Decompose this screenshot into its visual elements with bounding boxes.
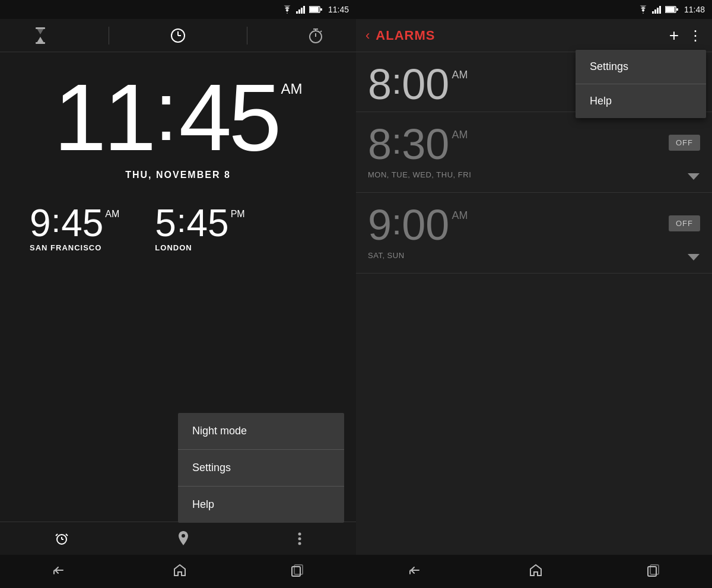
svg-rect-1 bbox=[298, 9, 300, 14]
right-menu-help[interactable]: Help bbox=[576, 84, 706, 118]
left-status-time: 11:45 bbox=[328, 5, 349, 14]
svg-point-22 bbox=[298, 532, 301, 535]
alarm-hour-0: 8 bbox=[368, 63, 392, 106]
tab-stopwatch[interactable] bbox=[304, 23, 328, 48]
alarm-days-1: MON, TUE, WED, THU, FRI bbox=[368, 166, 700, 186]
world-minute-london: 45 bbox=[187, 204, 229, 242]
alarm-expand-2[interactable] bbox=[687, 251, 700, 265]
left-tab-bar bbox=[0, 19, 356, 52]
alarm-hour-2: 9 bbox=[368, 204, 392, 246]
right-panel: 11:48 ‹ ALARMS + ⋮ 8 : 00 AM bbox=[356, 0, 712, 588]
alarm-colon-0: : bbox=[392, 63, 402, 100]
world-minute-sf: 45 bbox=[61, 204, 103, 242]
alarm-expand-1[interactable] bbox=[687, 170, 700, 184]
android-home-right[interactable] bbox=[529, 563, 543, 580]
right-battery-icon bbox=[665, 6, 678, 13]
svg-rect-2 bbox=[301, 8, 303, 14]
menu-item-settings-left[interactable]: Settings bbox=[178, 450, 344, 487]
nav-alarm-icon[interactable] bbox=[55, 532, 69, 546]
alarm-minute-2: 00 bbox=[402, 204, 449, 246]
svg-rect-5 bbox=[310, 7, 319, 12]
left-bottom-nav bbox=[0, 522, 356, 555]
alarm-time-2: 9 : 00 AM bbox=[368, 204, 468, 246]
world-city-sf: SAN FRANCISCO bbox=[30, 243, 101, 252]
world-clock-london: 5 : 45 PM LONDON bbox=[155, 204, 244, 252]
main-hour: 11 bbox=[54, 70, 154, 165]
svg-line-20 bbox=[56, 534, 58, 536]
world-hour-sf: 9 bbox=[30, 204, 51, 242]
right-status-icons: 11:48 bbox=[638, 5, 705, 14]
alarm-time-row-1: 8 : 30 AM OFF bbox=[368, 123, 700, 166]
world-colon-sf: : bbox=[52, 204, 61, 237]
svg-line-21 bbox=[66, 534, 68, 536]
svg-rect-0 bbox=[296, 11, 298, 14]
tab-divider-1 bbox=[109, 27, 109, 45]
svg-rect-29 bbox=[657, 8, 659, 14]
android-back-left[interactable] bbox=[52, 564, 69, 579]
more-options-button[interactable]: ⋮ bbox=[688, 27, 703, 44]
alarm-time-0: 8 : 00 AM bbox=[368, 63, 468, 106]
menu-item-night-mode[interactable]: Night mode bbox=[178, 413, 344, 450]
world-city-london: LONDON bbox=[155, 243, 192, 252]
android-recent-left[interactable] bbox=[291, 564, 304, 580]
svg-rect-8 bbox=[36, 42, 45, 44]
world-ampm-sf: AM bbox=[105, 209, 119, 220]
right-back-btn[interactable]: ‹ bbox=[365, 28, 370, 43]
alarm-hour-1: 8 bbox=[368, 123, 392, 166]
main-minute: 45 bbox=[179, 70, 278, 165]
left-android-nav bbox=[0, 555, 356, 588]
android-back-right[interactable] bbox=[408, 564, 425, 579]
nav-location-icon[interactable] bbox=[177, 531, 189, 546]
alarm-toggle-1[interactable]: OFF bbox=[669, 135, 700, 151]
left-status-icons: 11:45 bbox=[282, 5, 349, 14]
main-ampm: AM bbox=[281, 81, 302, 97]
tab-divider-2 bbox=[247, 27, 247, 45]
alarm-toggle-2[interactable]: OFF bbox=[669, 215, 700, 231]
right-toolbar-icons: + ⋮ bbox=[669, 26, 703, 45]
svg-line-15 bbox=[320, 31, 322, 32]
svg-point-24 bbox=[298, 542, 301, 545]
alarm-ampm-2: AM bbox=[452, 209, 468, 222]
tab-timer[interactable] bbox=[28, 23, 52, 49]
alarm-ampm-0: AM bbox=[452, 69, 468, 81]
alarms-list: 8 : 00 AM 8 : 30 AM OFF MON, TUE, WED, T… bbox=[356, 52, 712, 555]
menu-item-help-left[interactable]: Help bbox=[178, 487, 344, 523]
right-menu-settings[interactable]: Settings bbox=[576, 50, 706, 84]
svg-point-23 bbox=[298, 537, 301, 540]
alarm-item-2[interactable]: 9 : 00 AM OFF SAT, SUN bbox=[356, 193, 712, 274]
world-colon-london: : bbox=[177, 204, 186, 237]
alarm-time-1: 8 : 30 AM bbox=[368, 123, 468, 166]
tab-clock[interactable] bbox=[166, 23, 190, 48]
alarm-item-1[interactable]: 8 : 30 AM OFF MON, TUE, WED, THU, FRI bbox=[356, 112, 712, 193]
alarm-colon-2: : bbox=[392, 204, 402, 240]
android-home-left[interactable] bbox=[173, 563, 187, 580]
svg-rect-7 bbox=[36, 27, 45, 29]
alarm-minute-1: 30 bbox=[402, 123, 449, 166]
right-status-time: 11:48 bbox=[684, 5, 705, 14]
svg-rect-28 bbox=[654, 9, 656, 14]
world-clocks: 9 : 45 AM SAN FRANCISCO 5 : 45 PM LONDON bbox=[18, 204, 338, 252]
left-context-menu: Night mode Settings Help bbox=[178, 413, 344, 523]
wifi-icon bbox=[282, 5, 293, 14]
nav-more-icon[interactable] bbox=[298, 532, 301, 546]
main-time-display: 11 : 45 AM bbox=[54, 70, 303, 165]
svg-rect-30 bbox=[659, 6, 661, 14]
svg-rect-6 bbox=[320, 8, 322, 11]
main-date: THU, NOVEMBER 8 bbox=[125, 170, 231, 180]
alarm-minute-0: 00 bbox=[402, 63, 449, 106]
add-alarm-button[interactable]: + bbox=[669, 26, 679, 45]
alarm-time-row-2: 9 : 00 AM OFF bbox=[368, 204, 700, 246]
android-recent-right[interactable] bbox=[647, 564, 660, 580]
svg-rect-32 bbox=[666, 7, 675, 12]
alarm-ampm-1: AM bbox=[452, 129, 468, 141]
battery-icon bbox=[309, 6, 322, 13]
svg-rect-3 bbox=[303, 6, 305, 14]
main-colon: : bbox=[155, 70, 178, 153]
right-toolbar-title: ALARMS bbox=[376, 28, 669, 43]
world-ampm-london: PM bbox=[231, 209, 245, 220]
right-wifi-icon bbox=[638, 5, 649, 14]
svg-rect-27 bbox=[652, 11, 654, 14]
right-status-bar: 11:48 bbox=[356, 0, 712, 19]
left-panel: 11:45 bbox=[0, 0, 356, 588]
right-toolbar: ‹ ALARMS + ⋮ bbox=[356, 19, 712, 52]
